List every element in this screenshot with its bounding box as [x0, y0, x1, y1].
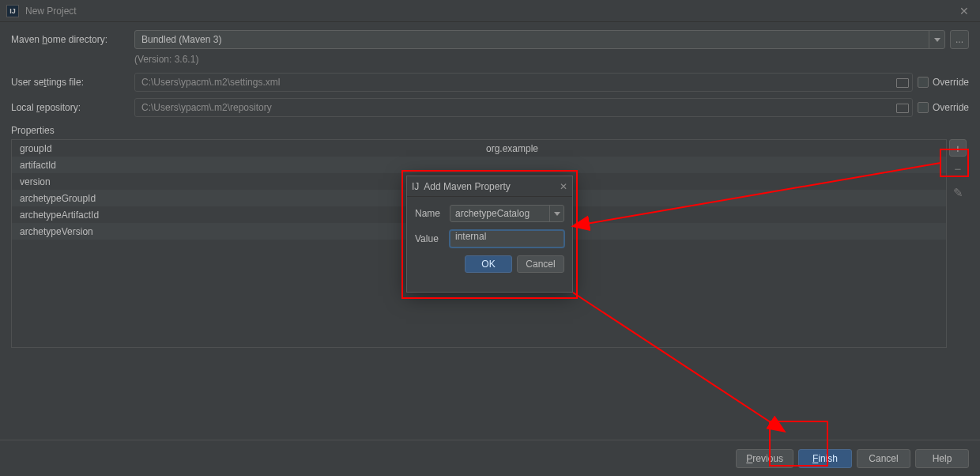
close-icon[interactable]: ✕ — [560, 181, 567, 192]
app-icon: IJ — [412, 181, 419, 192]
add-maven-property-dialog: IJ Add Maven Property ✕ Name archetypeCa… — [406, 176, 573, 293]
dialog-value-input[interactable]: internal — [450, 230, 564, 247]
override-label: Override — [933, 77, 969, 88]
dialog-value-label: Value — [415, 233, 450, 244]
maven-home-label: Maven home directory: — [11, 34, 134, 45]
table-row[interactable]: artifactId — [12, 157, 946, 173]
chevron-down-icon[interactable] — [549, 206, 564, 221]
maven-home-combo[interactable]: Bundled (Maven 3) — [134, 30, 945, 49]
properties-toolbar: + − ✎ — [947, 139, 969, 348]
add-property-button[interactable]: + — [949, 139, 967, 157]
user-settings-field[interactable]: C:\Users\ypacm\.m2\settings.xml — [134, 73, 913, 92]
override-label: Override — [933, 102, 969, 113]
previous-button[interactable]: Previous — [736, 449, 793, 468]
maven-home-browse-button[interactable]: ... — [950, 30, 969, 49]
local-repo-value: C:\Users\ypacm\.m2\repository — [141, 102, 272, 113]
checkbox-icon[interactable] — [918, 102, 929, 113]
dialog-titlebar: IJ Add Maven Property ✕ — [407, 176, 572, 197]
help-button[interactable]: Help — [915, 449, 969, 468]
local-repo-label: Local repository: — [11, 102, 134, 113]
maven-home-row: Maven home directory: Bundled (Maven 3) … — [11, 30, 969, 49]
dialog-name-label: Name — [415, 208, 450, 219]
titlebar: IJ New Project ✕ — [0, 0, 980, 22]
maven-home-value: Bundled (Maven 3) — [141, 34, 221, 45]
dialog-name-combo[interactable]: archetypeCatalog — [450, 205, 564, 222]
local-repo-field[interactable]: C:\Users\ypacm\.m2\repository — [134, 98, 913, 117]
edit-property-button[interactable]: ✎ — [949, 183, 967, 201]
table-row[interactable]: groupIdorg.example — [12, 140, 946, 157]
prop-name: artifactId — [20, 160, 486, 171]
properties-header: Properties — [11, 125, 969, 136]
plus-icon: + — [955, 142, 962, 154]
cancel-button[interactable]: Cancel — [857, 449, 910, 468]
window-title: New Project — [25, 6, 77, 17]
dialog-value-text: internal — [455, 231, 486, 242]
wizard-buttons: Previous Finish Cancel Help — [0, 440, 980, 476]
app-icon: IJ — [6, 5, 19, 17]
prop-name: groupId — [20, 143, 486, 154]
folder-icon[interactable] — [896, 102, 907, 111]
checkbox-icon[interactable] — [918, 77, 929, 88]
dialog-name-value: archetypeCatalog — [455, 208, 530, 219]
prop-value: org.example — [486, 143, 938, 154]
user-settings-override[interactable]: Override — [918, 77, 969, 88]
local-repo-override[interactable]: Override — [918, 102, 969, 113]
dialog-ok-button[interactable]: OK — [465, 255, 512, 273]
maven-version-label: (Version: 3.6.1) — [134, 54, 198, 65]
chevron-down-icon[interactable] — [929, 31, 944, 48]
close-icon[interactable]: ✕ — [955, 5, 974, 17]
user-settings-value: C:\Users\ypacm\.m2\settings.xml — [141, 77, 280, 88]
finish-button[interactable]: Finish — [798, 449, 852, 468]
minus-icon: − — [955, 163, 962, 175]
local-repo-row: Local repository: C:\Users\ypacm\.m2\rep… — [11, 98, 969, 117]
user-settings-row: User settings file: C:\Users\ypacm\.m2\s… — [11, 73, 969, 92]
remove-property-button[interactable]: − — [949, 160, 967, 177]
dialog-cancel-button[interactable]: Cancel — [517, 255, 564, 273]
pencil-icon: ✎ — [953, 187, 963, 198]
folder-icon[interactable] — [896, 77, 907, 86]
dialog-title: Add Maven Property — [424, 181, 510, 192]
user-settings-label: User settings file: — [11, 77, 134, 88]
